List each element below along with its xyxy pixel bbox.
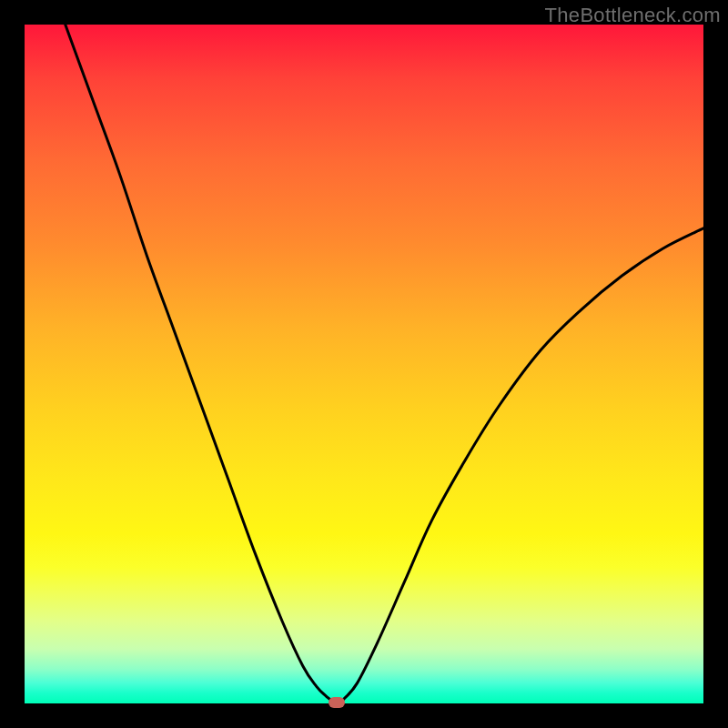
bottleneck-curve: [25, 25, 703, 703]
bottleneck-marker: [329, 697, 345, 708]
chart-frame: TheBottleneck.com: [0, 0, 728, 728]
watermark-text: TheBottleneck.com: [545, 4, 721, 27]
